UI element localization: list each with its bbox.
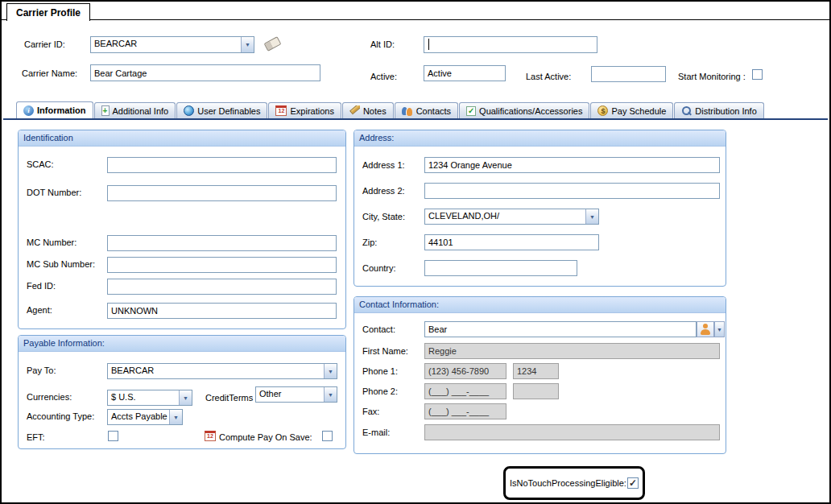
tab-contacts-label: Contacts — [416, 106, 451, 116]
carrier-name-input[interactable] — [90, 64, 320, 81]
phone1-ext-input — [513, 363, 559, 379]
accounting-type-label: Accounting Type: — [27, 411, 94, 421]
chevron-down-icon[interactable]: ▼ — [714, 321, 725, 337]
chevron-down-icon[interactable]: ▼ — [169, 410, 182, 424]
mc-number-input[interactable] — [107, 235, 337, 251]
accounting-type-value: Accts Payable — [108, 410, 169, 424]
tab-additional-info[interactable]: + Additional Info — [94, 102, 176, 118]
city-state-combobox[interactable]: CLEVELAND,OH/ ▼ — [424, 209, 599, 225]
alt-id-input[interactable] — [424, 36, 597, 53]
window-tab-divider — [2, 19, 829, 20]
currencies-combobox[interactable]: $ U.S. ▼ — [107, 390, 192, 406]
address1-label: Address 1: — [362, 160, 405, 170]
city-state-label: City, State: — [362, 212, 405, 221]
start-monitoring-label: Start Monitoring : — [678, 72, 746, 81]
start-monitoring-checkbox[interactable] — [752, 69, 763, 80]
identification-header: Identification — [19, 130, 345, 147]
tab-strip: i Information + Additional Info User Def… — [16, 101, 764, 118]
pencil-icon — [349, 105, 360, 116]
add-sheet-icon: + — [101, 105, 110, 116]
credit-terms-label: CreditTerms — [205, 393, 253, 403]
phone2-ext-input — [513, 383, 559, 399]
tab-pay-schedule[interactable]: $ Pay Schedule — [590, 102, 673, 118]
person-icon — [700, 324, 711, 335]
email-input — [424, 424, 720, 440]
contact-lookup-button[interactable] — [697, 321, 714, 337]
search-icon — [681, 105, 692, 116]
tab-notes-label: Notes — [363, 106, 387, 116]
active-label: Active: — [370, 72, 397, 81]
scac-input[interactable] — [107, 157, 337, 173]
phone2-label: Phone 2: — [362, 386, 398, 396]
agent-input[interactable] — [107, 303, 337, 319]
agent-label: Agent: — [27, 305, 52, 315]
country-input[interactable] — [424, 260, 577, 276]
tab-information[interactable]: i Information — [16, 101, 93, 118]
carrier-id-label: Carrier ID: — [24, 39, 65, 49]
contact-label: Contact: — [362, 324, 395, 334]
chevron-down-icon[interactable]: ▼ — [585, 209, 598, 224]
check-icon: ✓ — [466, 106, 476, 116]
compute-pay-on-save-checkbox[interactable] — [322, 431, 333, 441]
tab-user-definables[interactable]: User Definables — [176, 102, 267, 118]
chevron-down-icon[interactable]: ▼ — [179, 390, 192, 405]
tab-qualifications-accessories[interactable]: ✓ Qualifications/Accessories — [459, 102, 589, 118]
fed-id-label: Fed ID: — [27, 281, 56, 291]
tab-contacts[interactable]: Contacts — [395, 102, 458, 118]
country-label: Country: — [362, 263, 396, 273]
last-active-input[interactable] — [591, 66, 666, 82]
dot-number-input[interactable] — [107, 185, 337, 201]
contact-input[interactable] — [424, 321, 697, 337]
carrier-id-combobox[interactable]: BEARCAR ▼ — [90, 36, 254, 53]
last-active-label: Last Active: — [526, 72, 571, 81]
carrier-profile-window: Carrier Profile Carrier ID: BEARCAR ▼ Al… — [0, 0, 831, 504]
eft-checkbox[interactable] — [108, 431, 118, 441]
carrier-id-value: BEARCAR — [91, 37, 241, 52]
address-header: Address: — [354, 130, 726, 147]
mc-number-label: MC Number: — [27, 238, 76, 247]
zip-input[interactable] — [424, 234, 599, 250]
active-input[interactable] — [424, 65, 506, 81]
tab-notes[interactable]: Notes — [342, 102, 394, 118]
no-touch-processing-label: IsNoTouchProcessingEligible: — [510, 478, 626, 488]
tab-expirations[interactable]: 12 Expirations — [268, 102, 341, 118]
mc-sub-number-input[interactable] — [107, 257, 337, 273]
pay-to-combobox[interactable]: BEARCAR ▼ — [107, 363, 337, 379]
fed-id-input[interactable] — [107, 279, 337, 295]
phone1-input — [424, 363, 506, 379]
chevron-down-icon[interactable]: ▼ — [241, 37, 254, 52]
tab-pay-schedule-label: Pay Schedule — [611, 106, 666, 116]
mc-sub-number-label: MC Sub Number: — [27, 259, 95, 269]
calendar-icon: 12 — [205, 431, 216, 441]
info-icon: i — [23, 105, 34, 116]
text-caret — [428, 39, 429, 50]
tab-user-definables-label: User Definables — [197, 106, 260, 116]
address2-label: Address 2: — [362, 186, 405, 196]
zip-label: Zip: — [362, 238, 377, 247]
first-name-input — [424, 343, 720, 359]
city-state-value: CLEVELAND,OH/ — [425, 209, 585, 224]
carrier-name-label: Carrier Name: — [22, 68, 77, 78]
identification-groupbox: Identification SCAC: DOT Number: MC Numb… — [18, 130, 346, 329]
chevron-down-icon[interactable]: ▼ — [324, 387, 337, 402]
globe-icon — [184, 105, 194, 116]
address1-input[interactable] — [424, 157, 720, 173]
dot-number-label: DOT Number: — [27, 188, 81, 197]
accounting-type-combobox[interactable]: Accts Payable ▼ — [107, 409, 183, 425]
tab-distribution-info[interactable]: Distribution Info — [674, 102, 763, 118]
phone2-input — [424, 383, 506, 399]
window-tab-carrier-profile[interactable]: Carrier Profile — [6, 3, 90, 21]
address-groupbox: Address: Address 1: Address 2: City, Sta… — [353, 130, 726, 287]
credit-terms-combobox[interactable]: Other ▼ — [255, 386, 337, 403]
currencies-value: $ U.S. — [108, 390, 179, 405]
no-touch-processing-checkbox[interactable]: ✓ — [627, 477, 639, 489]
currencies-label: Currencies: — [27, 392, 72, 402]
payable-information-header: Payable Information: — [19, 336, 345, 352]
pay-to-label: Pay To: — [27, 366, 56, 375]
chevron-down-icon[interactable]: ▼ — [324, 364, 337, 378]
tab-expirations-label: Expirations — [290, 106, 333, 116]
first-name-label: First Name: — [362, 346, 408, 356]
payable-information-groupbox: Payable Information: Pay To: BEARCAR ▼ C… — [18, 335, 346, 449]
address2-input[interactable] — [424, 183, 720, 199]
eraser-icon[interactable] — [264, 36, 282, 52]
